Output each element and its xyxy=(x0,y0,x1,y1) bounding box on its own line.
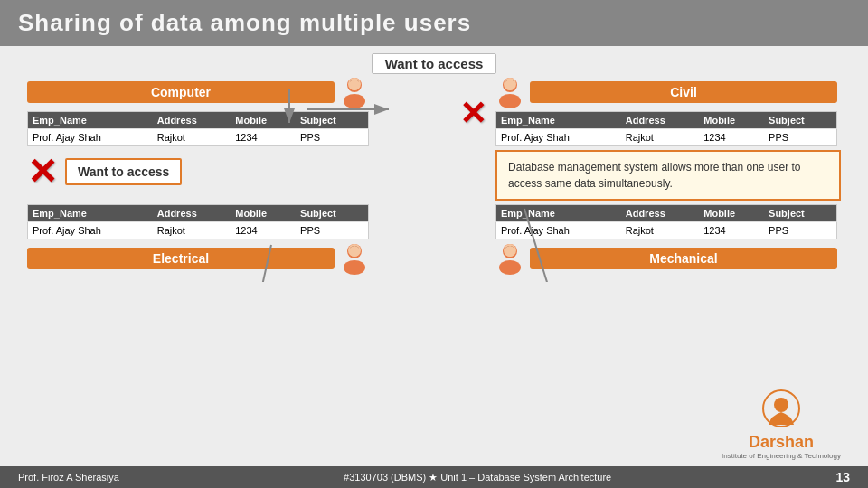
civil-person-icon xyxy=(495,76,524,108)
title-text: Sharing of data among multiple users xyxy=(18,9,471,36)
footer: Prof. Firoz A Sherasiya #3130703 (DBMS) … xyxy=(0,466,868,488)
mechanical-label: Mechanical xyxy=(530,248,837,269)
svg-point-16 xyxy=(499,260,521,275)
computer-label: Computer xyxy=(27,81,335,103)
x-mark-electrical: ✕ xyxy=(27,154,58,190)
civil-td-subject: PPS xyxy=(764,129,836,146)
mech-th-empname: Emp_Name xyxy=(496,205,621,222)
computer-td-address: Rajkot xyxy=(153,129,231,146)
footer-course: #3130703 (DBMS) ★ Unit 1 – Database Syst… xyxy=(344,472,611,483)
electrical-label: Electrical xyxy=(27,248,335,269)
elec-td-subject: PPS xyxy=(296,222,368,239)
elec-td-empname: Prof. Ajay Shah xyxy=(28,222,153,239)
elec-th-address: Address xyxy=(153,205,231,222)
mechanical-table: Emp_Name Address Mobile Subject Prof. Aj… xyxy=(495,204,837,239)
computer-th-mobile: Mobile xyxy=(231,112,296,129)
electrical-table: Emp_Name Address Mobile Subject Prof. Aj… xyxy=(27,204,369,239)
svg-point-11 xyxy=(344,260,365,275)
elec-td-mobile: 1234 xyxy=(231,222,296,239)
civil-th-subject: Subject xyxy=(764,112,836,129)
mech-th-subject: Subject xyxy=(764,205,836,222)
civil-td-empname: Prof. Ajay Shah xyxy=(496,129,621,146)
computer-th-subject: Subject xyxy=(296,112,368,129)
footer-professor: Prof. Firoz A Sherasiya xyxy=(18,472,119,483)
mech-td-empname: Prof. Ajay Shah xyxy=(496,222,621,239)
mech-td-subject: PPS xyxy=(764,222,836,239)
mech-th-mobile: Mobile xyxy=(699,205,764,222)
svg-point-1 xyxy=(344,94,365,108)
mech-th-address: Address xyxy=(621,205,700,222)
elec-th-subject: Subject xyxy=(296,205,368,222)
civil-th-mobile: Mobile xyxy=(699,112,764,129)
civil-section: Civil Emp_Name Address Mobile Subject Pr… xyxy=(495,76,837,146)
info-box-text: Database management system allows more t… xyxy=(508,161,801,190)
svg-point-14 xyxy=(349,246,360,257)
civil-th-empname: Emp_Name xyxy=(496,112,621,129)
elec-td-address: Rajkot xyxy=(153,222,231,239)
electrical-person-icon xyxy=(340,242,369,275)
electrical-section: Emp_Name Address Mobile Subject Prof. Aj… xyxy=(27,204,369,275)
svg-point-4 xyxy=(349,80,360,90)
mech-td-mobile: 1234 xyxy=(699,222,764,239)
x-mark-civil: ✕ xyxy=(459,98,486,130)
civil-td-mobile: 1234 xyxy=(699,129,764,146)
center-arrows: ✕ xyxy=(378,76,486,130)
mechanical-section: Emp_Name Address Mobile Subject Prof. Aj… xyxy=(495,204,837,275)
page-title: Sharing of data among multiple users xyxy=(0,0,868,46)
elec-th-mobile: Mobile xyxy=(231,205,296,222)
civil-th-address: Address xyxy=(621,112,700,129)
svg-point-19 xyxy=(505,246,515,257)
info-box: Database management system allows more t… xyxy=(495,150,841,201)
svg-point-9 xyxy=(505,80,515,90)
computer-td-empname: Prof. Ajay Shah xyxy=(28,129,153,146)
computer-th-empname: Emp_Name xyxy=(28,112,153,129)
want-to-access-middle-label: Want to access xyxy=(65,158,182,185)
want-to-access-top-label: Want to access xyxy=(372,53,497,74)
elec-th-empname: Emp_Name xyxy=(28,205,153,222)
svg-point-26 xyxy=(774,398,788,412)
civil-label: Civil xyxy=(530,81,837,103)
civil-table: Emp_Name Address Mobile Subject Prof. Aj… xyxy=(495,111,837,146)
darshan-text: Darshan xyxy=(722,433,841,452)
computer-section: Computer Emp_Name Address Mobile xyxy=(27,76,369,146)
darshan-logo: Darshan Institute of Engineering & Techn… xyxy=(722,389,841,461)
mech-td-address: Rajkot xyxy=(621,222,700,239)
footer-page: 13 xyxy=(835,470,850,484)
darshan-subtext: Institute of Engineering & Technology xyxy=(722,452,841,461)
civil-td-address: Rajkot xyxy=(621,129,700,146)
mechanical-person-icon xyxy=(495,242,524,275)
computer-td-subject: PPS xyxy=(296,129,368,146)
darshan-logo-icon xyxy=(761,389,802,429)
computer-person-icon xyxy=(340,76,369,108)
diagram-area: Want to access Computer xyxy=(0,46,868,282)
computer-th-address: Address xyxy=(153,112,231,129)
svg-point-6 xyxy=(499,94,521,108)
computer-td-mobile: 1234 xyxy=(231,129,296,146)
computer-table: Emp_Name Address Mobile Subject Prof. Aj… xyxy=(27,111,369,146)
middle-left: ✕ Want to access xyxy=(27,150,369,190)
